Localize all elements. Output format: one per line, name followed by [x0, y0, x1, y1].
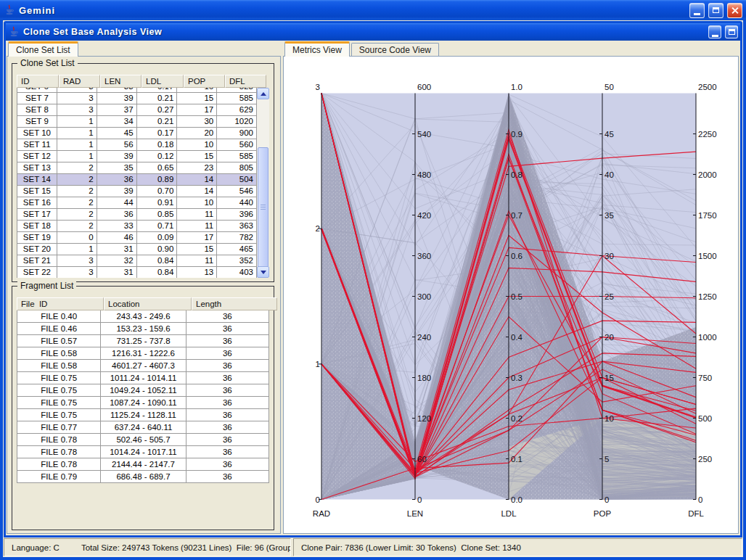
table-cell: 1 — [57, 151, 97, 162]
table-row[interactable]: FILE 0.751087.24 - 1090.1136 — [17, 397, 269, 409]
left-tab-row: Clone Set List — [8, 41, 281, 57]
table-row[interactable]: SET 190460.0917782 — [17, 232, 257, 244]
table-row[interactable]: FILE 0.781014.24 - 1017.1136 — [17, 446, 269, 458]
table-row[interactable]: FILE 0.751049.24 - 1052.1136 — [17, 384, 269, 397]
table-cell: 36 — [186, 360, 269, 372]
table-row[interactable]: SET 182330.7111363 — [17, 221, 257, 232]
table-cell: 35 — [97, 162, 137, 174]
table-cell: 39 — [97, 151, 137, 162]
column-header[interactable]: Length — [192, 297, 277, 310]
close-button[interactable] — [727, 3, 742, 18]
table-row[interactable]: FILE 0.40243.43 - 249.636 — [17, 310, 269, 323]
table-cell: 36 — [97, 209, 137, 221]
table-cell: 36 — [186, 471, 269, 483]
tab-clone-set-list[interactable]: Clone Set List — [8, 41, 78, 57]
table-cell: 33 — [97, 88, 137, 93]
table-cell: 56 — [97, 139, 137, 151]
table-row[interactable]: SET 91340.21301020 — [17, 116, 257, 128]
column-header[interactable]: POP — [184, 75, 225, 88]
table-cell: FILE 0.58 — [17, 347, 101, 360]
scroll-down-button[interactable] — [257, 266, 269, 278]
table-cell: SET 15 — [17, 186, 57, 197]
table-cell: 0.21 — [137, 116, 178, 128]
table-cell: 1 — [57, 139, 97, 151]
table-cell: 585 — [217, 93, 257, 104]
table-row[interactable]: FILE 0.78502.46 - 505.736 — [17, 434, 269, 446]
table-row[interactable]: SET 152390.7014546 — [17, 186, 257, 197]
table-row[interactable]: FILE 0.77637.24 - 640.1136 — [17, 421, 269, 434]
svg-text:30: 30 — [604, 252, 614, 260]
minimize-button[interactable] — [689, 3, 705, 18]
table-row[interactable]: FILE 0.46153.23 - 159.636 — [17, 323, 269, 335]
tab-source-code-view[interactable]: Source Code View — [351, 43, 439, 57]
table-cell: 31 — [97, 267, 137, 278]
table-row[interactable]: FILE 0.581216.31 - 1222.636 — [17, 347, 269, 360]
table-cell: 36 — [186, 421, 269, 434]
vertical-scrollbar[interactable] — [257, 88, 269, 278]
table-row[interactable]: FILE 0.751125.24 - 1128.1136 — [17, 409, 269, 421]
table-row[interactable]: SET 201310.9015465 — [17, 244, 257, 255]
table-row[interactable]: FILE 0.584601.27 - 4607.336 — [17, 360, 269, 372]
column-header[interactable]: ID — [17, 75, 59, 88]
table-cell: 731.25 - 737.8 — [101, 335, 186, 347]
column-header[interactable]: DFL — [225, 75, 266, 88]
table-cell: 805 — [217, 162, 257, 174]
column-header[interactable]: LEN — [100, 75, 142, 88]
table-row[interactable]: FILE 0.751011.24 - 1014.1136 — [17, 372, 269, 384]
table-cell: 44 — [97, 197, 137, 209]
table-row[interactable]: SET 213320.8411352 — [17, 255, 257, 267]
table-row[interactable]: SET 73390.2115585 — [17, 93, 257, 104]
column-header[interactable]: RAD — [59, 75, 100, 88]
java-icon — [4, 4, 15, 16]
table-cell: 36 — [186, 409, 269, 421]
svg-text:500: 500 — [698, 414, 712, 423]
table-cell: 36 — [97, 174, 137, 186]
table-cell: 1 — [57, 244, 97, 255]
fragment-table-viewport[interactable]: FILE 0.40243.43 - 249.636FILE 0.46153.23… — [17, 310, 269, 526]
table-row[interactable]: SET 162440.9110440 — [17, 197, 257, 209]
table-row[interactable]: SET 223310.8413403 — [17, 267, 257, 278]
column-header[interactable]: Location — [104, 297, 192, 310]
svg-text:LEN: LEN — [407, 509, 423, 518]
table-row[interactable]: FILE 0.782144.44 - 2147.736 — [17, 458, 269, 471]
table-cell: SET 14 — [17, 174, 57, 186]
internal-frame-titlebar[interactable]: Clone Set Base Analysis View — [6, 23, 740, 41]
svg-text:10: 10 — [604, 414, 614, 423]
table-row[interactable]: SET 132350.6523805 — [17, 162, 257, 174]
clone-set-list-group: Clone Set List IDRADLENLDLPOPDFL SET 633… — [12, 63, 274, 282]
table-row[interactable]: FILE 0.79686.48 - 689.736 — [17, 471, 269, 483]
table-row[interactable]: FILE 0.57731.25 - 737.836 — [17, 335, 269, 347]
table-row[interactable]: SET 121390.1215585 — [17, 151, 257, 162]
table-row[interactable]: SET 111560.1810560 — [17, 139, 257, 151]
arrow-down-icon — [261, 271, 266, 274]
table-row[interactable]: SET 142360.8914504 — [17, 174, 257, 186]
table-cell: 3 — [57, 104, 97, 116]
internal-restore-button[interactable] — [725, 25, 738, 38]
table-row[interactable]: SET 101450.1720900 — [17, 128, 257, 139]
table-cell: 0.09 — [137, 232, 178, 244]
table-row[interactable]: SET 63330.1716528 — [17, 88, 257, 93]
svg-text:750: 750 — [698, 374, 712, 382]
table-cell: 585 — [217, 151, 257, 162]
table-cell: SET 13 — [17, 162, 57, 174]
clone-set-table-viewport[interactable]: SET 63330.1716528SET 73390.2115585SET 83… — [17, 88, 257, 278]
scrollbar-thumb[interactable] — [258, 147, 269, 268]
scroll-up-button[interactable] — [257, 88, 269, 99]
table-cell: 36 — [186, 347, 269, 360]
table-cell: 4601.27 - 4607.3 — [101, 360, 186, 372]
svg-text:0.6: 0.6 — [511, 252, 522, 260]
window-titlebar[interactable]: Gemini — [0, 0, 746, 20]
table-cell: 2144.44 - 2147.7 — [101, 458, 186, 471]
restore-button[interactable] — [708, 3, 724, 18]
column-header[interactable]: File ID — [17, 297, 104, 310]
table-cell: 17 — [177, 232, 217, 244]
parallel-coordinates-chart[interactable]: 3210RAD600540480420360300240180120600LEN… — [284, 57, 738, 533]
table-row[interactable]: SET 172360.8511396 — [17, 209, 257, 221]
column-header[interactable]: LDL — [142, 75, 184, 88]
table-cell: SET 8 — [17, 104, 57, 116]
table-cell: 2 — [57, 174, 97, 186]
tab-metrics-view[interactable]: Metrics View — [284, 41, 350, 57]
svg-text:2500: 2500 — [698, 83, 717, 91]
internal-minimize-button[interactable] — [708, 25, 721, 38]
table-row[interactable]: SET 83370.2717629 — [17, 104, 257, 116]
